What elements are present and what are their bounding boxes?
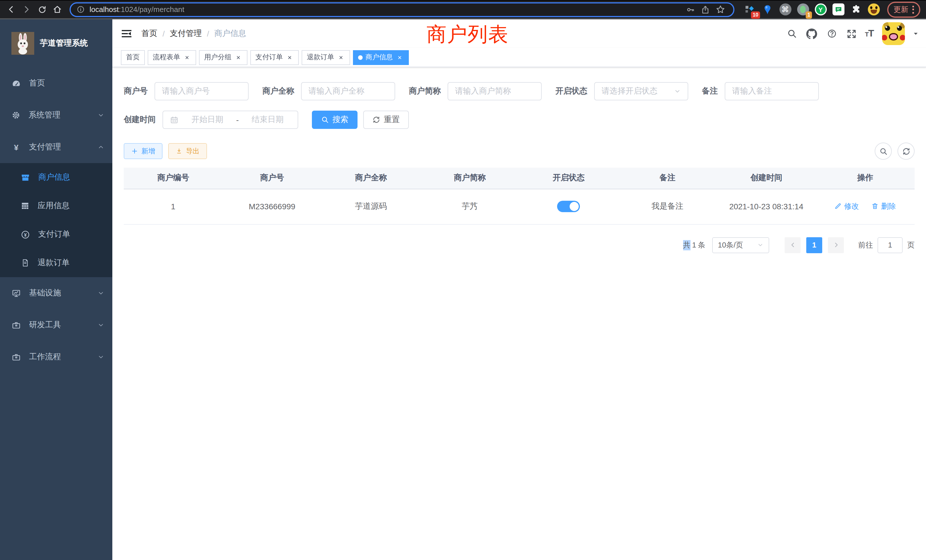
remark-label: 备注 bbox=[702, 86, 718, 96]
browser-back-button[interactable] bbox=[3, 2, 19, 17]
browser-chrome: localhost:1024/pay/merchant 10 ⌘ 1 Y 更新 bbox=[0, 0, 926, 20]
trash-icon bbox=[872, 203, 879, 210]
screen: localhost:1024/pay/merchant 10 ⌘ 1 Y 更新 bbox=[0, 0, 926, 560]
goto-page-input[interactable]: 1 bbox=[878, 237, 903, 253]
password-key-icon[interactable] bbox=[683, 3, 698, 16]
close-icon[interactable]: × bbox=[235, 53, 242, 61]
github-icon[interactable] bbox=[805, 26, 819, 41]
document-icon bbox=[21, 258, 30, 268]
breadcrumb-payment[interactable]: 支付管理 bbox=[170, 29, 202, 39]
page-size-select[interactable]: 10条/页 bbox=[712, 237, 769, 253]
extension-gem-icon[interactable] bbox=[761, 3, 774, 16]
tab-merchant-info[interactable]: 商户信息× bbox=[353, 50, 409, 65]
briefcase-icon bbox=[11, 352, 21, 362]
remark-input[interactable]: 请输入备注 bbox=[725, 82, 819, 100]
sidebar-item-refund-order[interactable]: 退款订单 bbox=[0, 249, 112, 277]
merchant-no-input[interactable]: 请输入商户号 bbox=[154, 82, 249, 100]
page-1-button[interactable]: 1 bbox=[806, 237, 822, 253]
next-page-button[interactable] bbox=[828, 237, 844, 253]
short-name-label: 商户简称 bbox=[409, 86, 441, 96]
sidebar-logo[interactable]: 芋道管理系统 bbox=[0, 20, 112, 67]
extension-chat-icon[interactable] bbox=[831, 3, 845, 16]
gear-icon bbox=[11, 110, 21, 120]
breadcrumb-current: 商户信息 bbox=[214, 29, 246, 39]
export-button[interactable]: 导出 bbox=[168, 143, 207, 159]
close-icon[interactable]: × bbox=[183, 53, 191, 61]
short-name-input[interactable]: 请输入商户简称 bbox=[448, 82, 542, 100]
search-icon bbox=[879, 147, 888, 155]
sidebar-item-system[interactable]: 系统管理 bbox=[0, 99, 112, 131]
chevron-down-icon bbox=[97, 112, 104, 119]
prev-page-button[interactable] bbox=[785, 237, 800, 253]
status-select[interactable]: 请选择开启状态 bbox=[594, 82, 688, 100]
extension-puzzle-icon[interactable] bbox=[849, 3, 863, 16]
extension-tabs-icon[interactable]: 10 bbox=[743, 3, 757, 16]
full-name-label: 商户全称 bbox=[262, 86, 294, 96]
col-remark: 备注 bbox=[618, 168, 717, 189]
status-toggle[interactable] bbox=[557, 201, 580, 212]
create-time-range-picker[interactable]: 开始日期 - 结束日期 bbox=[162, 110, 298, 129]
sidebar-item-pay-order[interactable]: 支付订单 bbox=[0, 220, 112, 249]
payment-submenu: 商户信息 应用信息 支付订单 退款订单 bbox=[0, 163, 112, 277]
col-full-name: 商户全称 bbox=[322, 168, 421, 189]
reset-button[interactable]: 重置 bbox=[363, 110, 409, 129]
site-info-icon[interactable] bbox=[76, 5, 85, 14]
close-icon[interactable]: × bbox=[286, 53, 294, 61]
dashboard-icon bbox=[11, 79, 21, 88]
browser-menu-icon[interactable] bbox=[912, 5, 914, 14]
tab-pay-order[interactable]: 支付订单× bbox=[250, 50, 299, 65]
cell-actions: 修改 删除 bbox=[816, 189, 915, 224]
browser-forward-button[interactable] bbox=[19, 2, 34, 17]
extension-emoji-icon[interactable] bbox=[867, 3, 881, 16]
sidebar-item-dev-tools[interactable]: 研发工具 bbox=[0, 309, 112, 341]
avatar-caret-icon[interactable] bbox=[912, 30, 919, 37]
edit-link[interactable]: 修改 bbox=[834, 201, 859, 212]
yen-icon bbox=[11, 142, 21, 152]
browser-update-button[interactable]: 更新 bbox=[887, 2, 920, 17]
tab-process-form[interactable]: 流程表单× bbox=[148, 50, 196, 65]
header-search-icon[interactable] bbox=[785, 26, 799, 41]
sidebar-item-payment[interactable]: 支付管理 bbox=[0, 131, 112, 163]
address-bar[interactable]: localhost:1024/pay/merchant bbox=[70, 2, 734, 17]
tab-user-group[interactable]: 用户分组× bbox=[199, 50, 247, 65]
breadcrumb-home[interactable]: 首页 bbox=[141, 29, 157, 39]
arrow-right-icon bbox=[832, 241, 840, 249]
extension-command-icon[interactable]: ⌘ bbox=[778, 3, 792, 16]
full-name-input[interactable]: 请输入商户全称 bbox=[301, 82, 395, 100]
app-title: 芋道管理系统 bbox=[40, 38, 88, 48]
chevron-down-icon bbox=[97, 354, 104, 360]
font-size-icon[interactable]: TT bbox=[865, 28, 873, 39]
search-icon bbox=[321, 116, 329, 124]
sidebar-collapse-icon[interactable] bbox=[121, 28, 132, 39]
sidebar-item-home[interactable]: 首页 bbox=[0, 67, 112, 99]
browser-reload-button[interactable] bbox=[34, 2, 50, 17]
col-actions: 操作 bbox=[816, 168, 915, 189]
add-button[interactable]: 新增 bbox=[124, 143, 162, 159]
avatar[interactable] bbox=[882, 22, 905, 45]
sidebar-item-infra[interactable]: 基础设施 bbox=[0, 277, 112, 309]
extension-y-icon[interactable]: Y bbox=[814, 3, 828, 16]
delete-link[interactable]: 删除 bbox=[872, 201, 896, 212]
browser-home-button[interactable] bbox=[50, 2, 65, 17]
close-icon[interactable]: × bbox=[337, 53, 345, 61]
bookmark-star-icon[interactable] bbox=[713, 3, 728, 16]
toggle-search-button[interactable] bbox=[875, 142, 892, 160]
help-icon[interactable] bbox=[825, 26, 839, 41]
tab-refund-order[interactable]: 退款订单× bbox=[302, 50, 350, 65]
tab-home[interactable]: 首页 bbox=[121, 50, 145, 65]
annotation-merchant-list: 商户列表 bbox=[427, 21, 508, 48]
active-dot bbox=[358, 55, 363, 60]
chevron-up-icon bbox=[97, 144, 104, 151]
extension-proxy-icon[interactable]: 1 bbox=[796, 3, 809, 16]
share-icon[interactable] bbox=[698, 3, 713, 16]
sidebar-item-app-info[interactable]: 应用信息 bbox=[0, 192, 112, 220]
refresh-table-button[interactable] bbox=[897, 142, 915, 160]
col-merchant-no: 商户号 bbox=[222, 168, 322, 189]
fullscreen-icon[interactable] bbox=[845, 26, 859, 41]
cell-create-time: 2021-10-23 08:31:14 bbox=[717, 189, 816, 224]
sidebar-item-merchant-info[interactable]: 商户信息 bbox=[0, 163, 112, 192]
close-icon[interactable]: × bbox=[396, 53, 404, 61]
arrow-left-icon bbox=[789, 241, 796, 249]
sidebar-item-workflow[interactable]: 工作流程 bbox=[0, 341, 112, 373]
search-button[interactable]: 搜索 bbox=[312, 110, 357, 129]
